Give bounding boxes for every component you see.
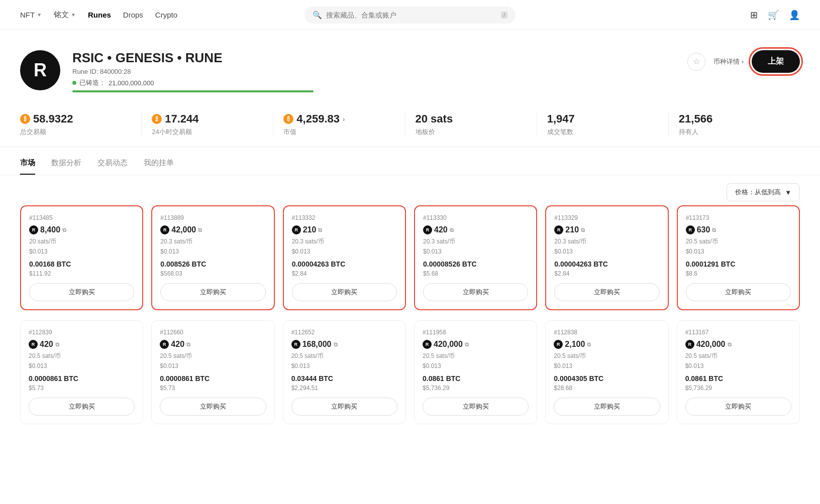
nav-item-nft[interactable]: NFT ▼ xyxy=(20,11,42,19)
buy-button[interactable]: 立即购买 xyxy=(29,398,135,416)
card-usd-price: $5.73 xyxy=(29,385,135,392)
card-sats: 20.3 sats/币 xyxy=(554,237,659,246)
copy-icon[interactable]: ⧉ xyxy=(334,341,338,348)
card-amount: R 630 ⧉ xyxy=(686,225,791,234)
list-button[interactable]: 上架 xyxy=(752,50,800,73)
card-amount: R 420 ⧉ xyxy=(423,225,528,234)
card-id: #113485 xyxy=(29,214,134,221)
rune-icon: R xyxy=(554,340,563,349)
buy-button[interactable]: 立即购买 xyxy=(554,283,659,301)
buy-button[interactable]: 立即购买 xyxy=(291,398,397,416)
copy-icon[interactable]: ⧉ xyxy=(581,227,585,233)
rune-icon: R xyxy=(160,340,169,349)
coin-detail-link[interactable]: 币种详情 › xyxy=(713,57,744,66)
copy-icon[interactable]: ⧉ xyxy=(450,227,454,233)
listing-card: #113330 R 420 ⧉ 20.3 sats/币 $0.013 0.000… xyxy=(414,205,537,310)
card-btc-price: 0.00008526 BTC xyxy=(423,260,528,268)
card-usd-price: $111.92 xyxy=(29,270,134,277)
card-btc-price: 0.0861 BTC xyxy=(685,374,791,383)
hero-title: RSIC • GENESIS • RUNE xyxy=(72,50,675,66)
buy-button[interactable]: 立即购买 xyxy=(686,283,791,301)
card-amount: R 420,000 ⧉ xyxy=(423,340,529,349)
nav-center: 🔍 / xyxy=(280,7,540,24)
card-sats: 20.3 sats/币 xyxy=(423,237,528,246)
copy-icon[interactable]: ⧉ xyxy=(728,341,732,348)
card-id: #113167 xyxy=(685,329,791,336)
rune-icon: R xyxy=(423,225,432,234)
card-sats: 20.5 sats/币 xyxy=(554,352,660,360)
copy-icon[interactable]: ⧉ xyxy=(465,341,469,348)
card-btc-price: 0.0001291 BTC xyxy=(686,260,791,268)
progress-bar xyxy=(72,90,314,92)
tab-my-listings[interactable]: 我的挂单 xyxy=(144,152,174,175)
card-btc-price: 0.0861 BTC xyxy=(423,374,529,383)
rune-icon: R xyxy=(29,225,38,234)
card-sats: 20.3 sats/币 xyxy=(160,237,265,246)
card-usd: $0.013 xyxy=(554,248,659,255)
card-btc-price: 0.03444 BTC xyxy=(291,374,397,383)
nav-item-drops[interactable]: Drops xyxy=(123,11,143,19)
card-btc-price: 0.008526 BTC xyxy=(160,260,265,268)
card-id: #113330 xyxy=(423,214,528,221)
copy-icon[interactable]: ⧉ xyxy=(186,341,190,348)
cart-icon[interactable]: 🛒 xyxy=(768,10,779,21)
buy-button[interactable]: 立即购买 xyxy=(160,283,265,301)
nav-label-runes: Runes xyxy=(88,11,111,19)
copy-icon[interactable]: ⧉ xyxy=(55,341,59,348)
buy-button[interactable]: 立即购买 xyxy=(423,283,528,301)
buy-button[interactable]: 立即购买 xyxy=(685,398,791,416)
tab-analytics[interactable]: 数据分析 xyxy=(51,152,81,175)
card-usd-price: $2.84 xyxy=(554,270,659,277)
buy-button[interactable]: 立即购买 xyxy=(29,283,134,301)
toolbar: 价格：从低到高 ▼ xyxy=(0,175,820,205)
buy-button[interactable]: 立即购买 xyxy=(292,283,397,301)
nav-label-drops: Drops xyxy=(123,11,143,19)
rune-id-value: 840000:28 xyxy=(100,68,131,75)
card-amount: R 210 ⧉ xyxy=(292,225,397,234)
buy-button[interactable]: 立即购买 xyxy=(554,398,660,416)
copy-icon[interactable]: ⧉ xyxy=(712,227,716,233)
card-sats: 20.5 sats/币 xyxy=(686,237,791,246)
stat-value-total-volume: ₿ 58.9322 xyxy=(20,112,131,125)
card-usd-price: $5.73 xyxy=(160,385,266,392)
user-icon[interactable]: 👤 xyxy=(789,10,800,21)
listing-card: #113329 R 210 ⧉ 20.3 sats/币 $0.013 0.000… xyxy=(545,205,668,310)
card-id: #112660 xyxy=(160,329,266,336)
rune-icon: R xyxy=(423,340,432,349)
favorite-button[interactable]: ☆ xyxy=(687,53,705,71)
stats-row: ₿ 58.9322 总交易额 ₿ 17.244 24小时交易额 ₿ 4,259.… xyxy=(0,102,820,147)
card-usd: $0.013 xyxy=(29,248,134,255)
card-id: #113173 xyxy=(686,214,791,221)
card-amount: R 420 ⧉ xyxy=(29,340,135,349)
buy-button[interactable]: 立即购买 xyxy=(423,398,529,416)
hero-section: R RSIC • GENESIS • RUNE Rune ID: 840000:… xyxy=(0,30,820,102)
market-cap-link[interactable]: › xyxy=(343,115,345,123)
rune-icon: R xyxy=(292,225,301,234)
nav-item-crypto[interactable]: Crypto xyxy=(155,11,177,19)
nav-item-inscriptions[interactable]: 铭文 ▼ xyxy=(54,10,76,20)
tab-market[interactable]: 市场 xyxy=(20,152,35,175)
card-amount: R 420 ⧉ xyxy=(160,340,266,349)
card-btc-price: 0.0000861 BTC xyxy=(160,374,266,383)
buy-button[interactable]: 立即购买 xyxy=(160,398,266,416)
grid-icon[interactable]: ⊞ xyxy=(750,10,758,21)
copy-icon[interactable]: ⧉ xyxy=(318,227,322,233)
hero-info: RSIC • GENESIS • RUNE Rune ID: 840000:28… xyxy=(72,50,675,92)
listing-card: #113167 R 420,000 ⧉ 20.5 sats/币 $0.013 0… xyxy=(677,320,800,424)
search-input[interactable] xyxy=(326,11,497,19)
sort-button[interactable]: 价格：从低到高 ▼ xyxy=(727,183,800,201)
nav-item-runes[interactable]: Runes xyxy=(88,11,111,19)
copy-icon[interactable]: ⧉ xyxy=(198,227,202,233)
sort-label: 价格：从低到高 xyxy=(735,188,781,197)
chevron-down-icon: ▼ xyxy=(785,189,791,196)
card-usd-price: $2.84 xyxy=(292,270,397,277)
copy-icon[interactable]: ⧉ xyxy=(587,341,591,348)
stat-label-total-volume: 总交易额 xyxy=(20,128,131,137)
listing-card: #112660 R 420 ⧉ 20.5 sats/币 $0.013 0.000… xyxy=(151,320,274,424)
card-id: #113332 xyxy=(292,214,397,221)
tab-activity[interactable]: 交易动态 xyxy=(97,152,128,175)
minted-value: 21,000,000,000 xyxy=(109,79,154,87)
listing-card: #112652 R 168,000 ⧉ 20.5 sats/币 $0.013 0… xyxy=(283,320,406,424)
copy-icon[interactable]: ⧉ xyxy=(62,227,66,233)
card-usd-price: $5,736.29 xyxy=(685,385,791,392)
